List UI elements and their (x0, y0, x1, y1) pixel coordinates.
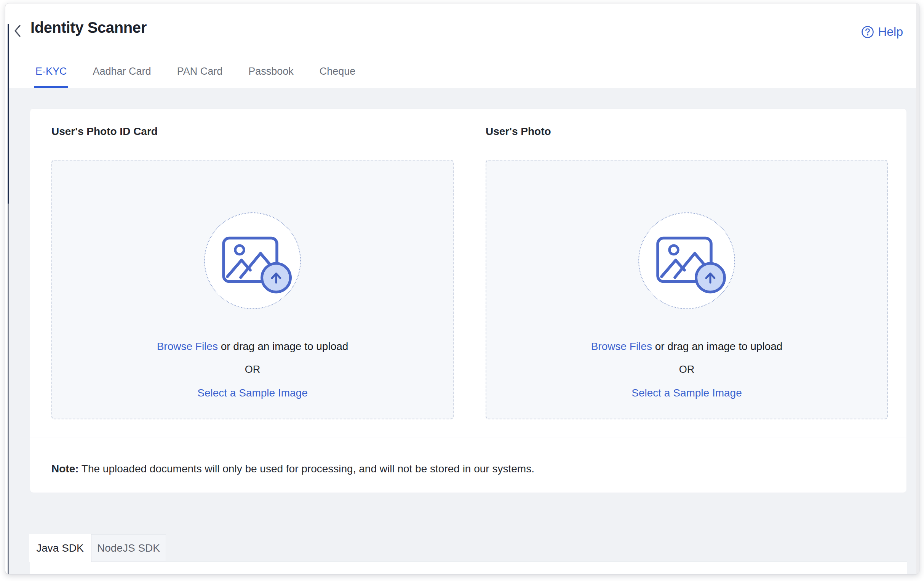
note-text: The uploaded documents will only be used… (79, 463, 535, 475)
chevron-left-icon (13, 24, 22, 38)
upload-circle (639, 212, 735, 309)
panel-right-edge (916, 3, 919, 574)
upload-arrow-badge (261, 262, 292, 293)
underlying-sidebar-sliver (8, 24, 9, 204)
select-sample-image-link[interactable]: Select a Sample Image (197, 387, 308, 399)
card-divider (30, 438, 906, 438)
image-upload-icon (656, 237, 713, 284)
upload-card: User's Photo ID Card User's Photo (30, 108, 907, 493)
content-area: User's Photo ID Card User's Photo (9, 88, 916, 574)
image-upload-icon (222, 237, 279, 284)
dropzone-id-card[interactable]: Browse Files or drag an image to upload … (51, 160, 454, 419)
tab-nodejs-sdk[interactable]: NodeJS SDK (91, 534, 166, 562)
or-separator: OR (487, 363, 887, 376)
uploader-title-photo: User's Photo (486, 124, 551, 139)
sample-image-row: Select a Sample Image (52, 386, 453, 400)
note-label: Note: (51, 463, 79, 475)
question-circle-icon (861, 26, 874, 38)
sample-image-row: Select a Sample Image (487, 386, 887, 400)
browse-files-link[interactable]: Browse Files (591, 341, 652, 352)
sdk-code-panel (30, 561, 907, 574)
screen: Identity Scanner Help E-KYC Aadhar Card … (0, 0, 924, 581)
tab-e-kyc[interactable]: E-KYC (34, 66, 68, 88)
upload-circle (204, 212, 301, 309)
page-title: Identity Scanner (30, 19, 147, 36)
drag-text: or drag an image to upload (652, 341, 782, 352)
browse-files-link[interactable]: Browse Files (157, 341, 218, 352)
dropzone-user-photo[interactable]: Browse Files or drag an image to upload … (486, 160, 888, 419)
tab-cheque[interactable]: Cheque (318, 66, 357, 88)
select-sample-image-link[interactable]: Select a Sample Image (632, 387, 742, 399)
back-button[interactable] (10, 23, 25, 39)
upload-arrow-badge (695, 262, 726, 293)
tab-passbook[interactable]: Passbook (247, 66, 295, 88)
browse-files-row: Browse Files or drag an image to upload (487, 340, 887, 353)
drag-text: or drag an image to upload (218, 341, 348, 352)
tab-aadhar-card[interactable]: Aadhar Card (92, 66, 152, 88)
identity-scanner-panel: Identity Scanner Help E-KYC Aadhar Card … (5, 3, 919, 574)
help-label: Help (878, 25, 903, 39)
tab-java-sdk[interactable]: Java SDK (29, 534, 91, 562)
or-separator: OR (52, 363, 453, 376)
privacy-note: Note: The uploaded documents will only b… (51, 462, 535, 475)
panel-header: Identity Scanner Help E-KYC Aadhar Card … (9, 3, 916, 88)
browse-files-row: Browse Files or drag an image to upload (52, 340, 453, 353)
help-link[interactable]: Help (861, 25, 903, 39)
uploader-title-id-card: User's Photo ID Card (51, 124, 158, 139)
tab-pan-card[interactable]: PAN Card (176, 66, 224, 88)
document-tab-bar: E-KYC Aadhar Card PAN Card Passbook Cheq… (34, 66, 356, 88)
underlying-page-sliver (8, 204, 9, 574)
